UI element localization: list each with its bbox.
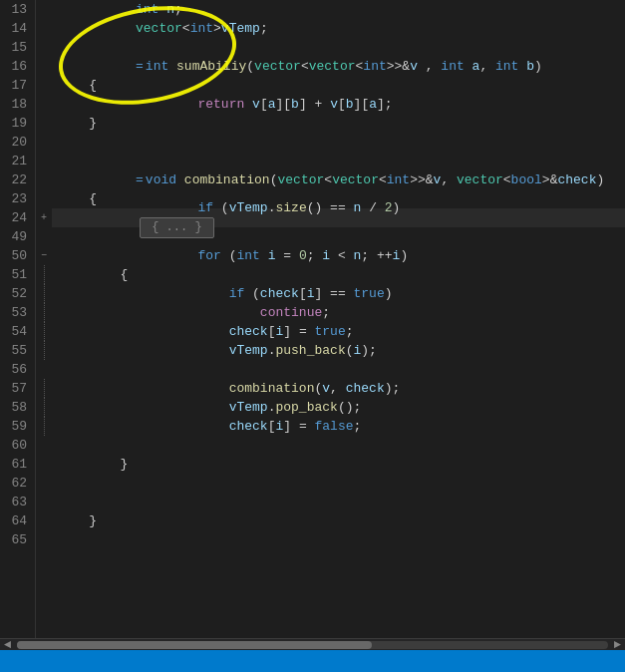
line-num-14: 14 bbox=[8, 19, 27, 38]
fold-gutter-23 bbox=[36, 189, 52, 208]
line-num-57: 57 bbox=[8, 379, 27, 398]
fold-gutter-53 bbox=[44, 303, 52, 322]
code-line-59: check[i] = false; bbox=[52, 417, 625, 436]
line-num-51: 51 bbox=[8, 265, 27, 284]
fold-gutter-16 bbox=[36, 57, 52, 76]
fold-gutter-19 bbox=[36, 114, 52, 133]
fold-gutter-60 bbox=[36, 436, 52, 455]
line-num-61: 61 bbox=[8, 455, 27, 474]
line-num-15: 15 bbox=[8, 38, 27, 57]
code-line-61: } bbox=[52, 455, 625, 474]
line-num-62: 62 bbox=[8, 474, 27, 493]
fold-gutter-57 bbox=[44, 379, 52, 398]
fold-gutter-64 bbox=[36, 511, 52, 530]
scrollbar-thumb[interactable] bbox=[17, 641, 372, 649]
line-num-58: 58 bbox=[8, 398, 27, 417]
fold-gutter-52 bbox=[44, 284, 52, 303]
line-num-63: 63 bbox=[8, 493, 27, 511]
code-line-18: return v[a][b] + v[b][a]; bbox=[52, 95, 625, 114]
code-line-62 bbox=[52, 474, 625, 493]
line-num-13: 13 bbox=[8, 0, 27, 19]
line-num-23: 23 bbox=[8, 189, 27, 208]
fold-gutter-51 bbox=[44, 265, 52, 284]
line-num-53: 53 bbox=[8, 303, 27, 322]
code-line-55: vTemp.push_back(i); bbox=[52, 341, 625, 360]
fold-gutter-61 bbox=[36, 455, 52, 474]
code-content: int n; vector<int>vTemp; =int sumAbiliy(… bbox=[52, 0, 625, 638]
scrollbar-track[interactable] bbox=[17, 641, 608, 649]
fold-gutter-56 bbox=[36, 360, 52, 379]
line-num-55: 55 bbox=[8, 341, 27, 360]
line-numbers: 13 14 15 16 17 18 19 20 21 22 23 24 49 5… bbox=[0, 0, 36, 638]
code-line-19: } bbox=[52, 114, 625, 133]
code-line-14: vector<int>vTemp; bbox=[52, 19, 625, 38]
line-num-18: 18 bbox=[8, 95, 27, 114]
line-num-65: 65 bbox=[8, 530, 27, 549]
fold-gutter-59 bbox=[44, 417, 52, 436]
line-num-52: 52 bbox=[8, 284, 27, 303]
fold-gutter-63 bbox=[36, 493, 52, 511]
line-num-22: 22 bbox=[8, 170, 27, 189]
line-num-49: 49 bbox=[8, 227, 27, 246]
code-area: 13 14 15 16 17 18 19 20 21 22 23 24 49 5… bbox=[0, 0, 625, 638]
code-line-63 bbox=[52, 493, 625, 511]
fold-gutter-13 bbox=[36, 0, 52, 19]
line-num-60: 60 bbox=[8, 436, 27, 455]
fold-gutter-20 bbox=[36, 133, 52, 152]
editor-container: 13 14 15 16 17 18 19 20 21 22 23 24 49 5… bbox=[0, 0, 625, 672]
fold-gutter-54 bbox=[44, 322, 52, 341]
fold-gutter-24[interactable]: + bbox=[36, 208, 52, 227]
fold-gutter-18 bbox=[36, 95, 52, 114]
line-num-59: 59 bbox=[8, 417, 27, 436]
fold-gutter: + − bbox=[36, 0, 52, 638]
fold-gutter-50[interactable]: − bbox=[36, 246, 52, 265]
line-num-64: 64 bbox=[8, 511, 27, 530]
line-num-17: 17 bbox=[8, 76, 27, 95]
fold-gutter-17 bbox=[36, 76, 52, 95]
code-line-24: if (vTemp.size() == n / 2) { ... } bbox=[52, 208, 625, 227]
status-bar bbox=[0, 650, 625, 672]
fold-gutter-49 bbox=[36, 227, 52, 246]
line-num-20: 20 bbox=[8, 133, 27, 152]
fold-gutter-65 bbox=[36, 530, 52, 549]
fold-gutter-58 bbox=[44, 398, 52, 417]
code-line-20 bbox=[52, 133, 625, 152]
fold-gutter-22 bbox=[36, 170, 52, 189]
fold-gutter-14 bbox=[36, 19, 52, 38]
code-line-50: for (int i = 0; i < n; ++i) bbox=[52, 246, 625, 265]
line-num-50: 50 bbox=[8, 246, 27, 265]
code-line-16: =int sumAbiliy(vector<vector<int>>&v , i… bbox=[52, 57, 625, 76]
line-num-16: 16 bbox=[8, 57, 27, 76]
code-line-60 bbox=[52, 436, 625, 455]
fold-gutter-62 bbox=[36, 474, 52, 493]
code-line-65 bbox=[52, 530, 625, 549]
code-line-64: } bbox=[52, 511, 625, 530]
fold-gutter-55 bbox=[44, 341, 52, 360]
line-num-54: 54 bbox=[8, 322, 27, 341]
line-num-24: 24 bbox=[8, 208, 27, 227]
fold-gutter-15 bbox=[36, 38, 52, 57]
line-num-19: 19 bbox=[8, 114, 27, 133]
horizontal-scrollbar[interactable]: ◄ ► bbox=[0, 638, 625, 650]
line-num-21: 21 bbox=[8, 152, 27, 170]
line-num-56: 56 bbox=[8, 360, 27, 379]
fold-gutter-21 bbox=[36, 152, 52, 170]
